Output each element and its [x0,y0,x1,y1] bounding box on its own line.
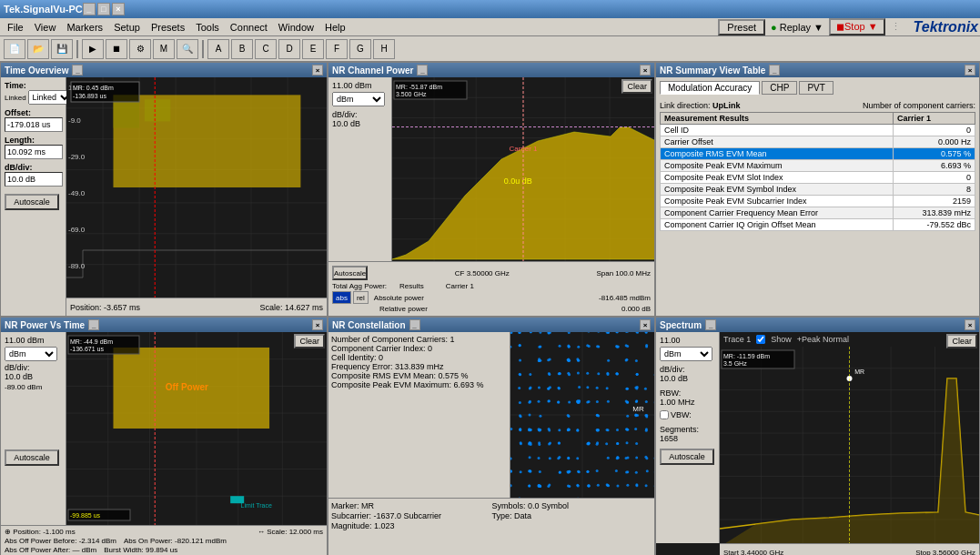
pvt-position: ⊕ Position: -1.100 ms [5,528,76,536]
toolbar-markers[interactable]: M [153,39,175,59]
nr-channel-clear-button[interactable]: Clear [621,79,652,94]
toolbar-b6[interactable]: F [326,39,348,59]
nr-summary-close[interactable]: × [965,65,975,76]
num-carriers: Number of component carriers: [863,101,975,110]
subcr-lbl: Subcarrier: [331,511,371,520]
tab-modulation[interactable]: Modulation Accuracy [660,81,760,95]
menu-help[interactable]: Help [319,19,351,35]
toolbar-b1[interactable]: A [207,39,229,59]
spectrum-close[interactable]: × [965,319,975,330]
table-row: Composite Peak EVM Slot Index0 [661,172,975,184]
svg-point-393 [578,386,581,388]
svg-text:-49.0: -49.0 [68,189,86,197]
toolbar-settings[interactable]: ⚙ [129,39,151,59]
close-btn[interactable]: × [112,3,125,15]
svg-point-429 [586,401,589,404]
preset-button[interactable]: Preset [718,19,765,35]
spec-unit-select[interactable]: dBm [660,347,712,361]
nr-const-close[interactable]: × [640,319,651,330]
menu-tools[interactable]: Tools [190,19,225,35]
time-overview-sidebar: Time: Linked Linked Offset: Length: dB/d… [1,77,66,316]
time-overview-close[interactable]: × [312,65,323,76]
show-label: Show [771,335,792,344]
svg-point-465 [538,484,541,487]
spectrum-clear-button[interactable]: Clear [946,334,977,348]
nr-summary-minimize[interactable]: _ [769,65,780,76]
svg-point-117 [634,428,637,430]
tab-chp[interactable]: CHP [762,81,797,95]
toolbar-b8[interactable]: H [373,39,395,59]
spec-autoscale[interactable]: Autoscale [660,449,714,465]
toolbar-open[interactable]: 📂 [27,39,49,59]
time-overview-minimize[interactable]: _ [72,65,83,76]
maximize-btn[interactable]: □ [97,3,110,15]
nr-pvt-close[interactable]: × [312,319,323,330]
table-row: Cell ID0 [661,125,975,136]
measurement-value: 0.575 % [894,148,975,160]
menu-markers[interactable]: Markers [61,19,108,35]
toolbar-save[interactable]: 💾 [51,39,73,59]
svg-point-327 [548,443,551,446]
menu-window[interactable]: Window [273,19,319,35]
nr-pvt-minimize[interactable]: _ [88,319,99,330]
nr-const-minimize[interactable]: _ [409,319,420,330]
nr-pvt-unit[interactable]: dBm [5,347,57,361]
offset-input[interactable] [5,117,63,132]
nr-pvt-sidebar: 11.00 dBm dBm dB/div: 10.0 dB -89.00 dBm… [1,332,66,555]
nr-ch-autoscale[interactable]: Autoscale [332,266,368,280]
nr-pvt-dbdiv-val: 10.0 dB [5,372,62,381]
toolbar-b5[interactable]: E [302,39,324,59]
svg-point-325 [645,414,648,417]
svg-point-389 [547,388,550,390]
nr-pvt-clear-button[interactable]: Clear [294,334,325,348]
measurement-value: 0 [894,172,975,184]
toolbar-zoom[interactable]: 🔍 [177,39,198,59]
toolbar-b7[interactable]: G [349,39,371,59]
toolbar-new[interactable]: 📄 [4,39,25,59]
length-input[interactable] [5,145,63,159]
nr-ch-unit-select[interactable]: dBm [332,92,385,106]
toolbar-b4[interactable]: D [278,39,300,59]
svg-point-318 [625,359,628,362]
nr-channel-close[interactable]: × [640,65,651,76]
toolbar-b2[interactable]: B [231,39,253,59]
svg-point-173 [538,400,541,403]
svg-point-339 [576,429,579,432]
svg-text:-69.0: -69.0 [68,226,86,234]
replay-label: Replay ▼ [780,22,823,33]
nr-constellation-panel: NR Constellation _ × Number of Component… [328,317,655,555]
const-peak-label: Composite Peak EVM Maximum: [331,380,451,389]
rel-btn[interactable]: rel [353,291,369,304]
nr-channel-title: NR Channel Power _ × [328,63,654,77]
nr-pvt-autoscale[interactable]: Autoscale [5,449,59,466]
stop-button[interactable]: ◼Stop ▼ [829,18,885,35]
menu-file[interactable]: File [2,19,29,35]
minimize-btn[interactable]: _ [83,3,96,15]
main-content: Time Overview _ × Time: Linked Linked Of… [0,62,980,482]
nr-channel-minimize[interactable]: _ [417,65,428,76]
abs-btn[interactable]: abs [332,291,351,304]
svg-point-86 [616,485,619,488]
svg-point-88 [625,457,628,459]
time-overview-label: Time Overview [5,66,68,76]
menu-view[interactable]: View [29,19,62,35]
svg-point-299 [626,428,629,430]
tab-pvt[interactable]: PVT [799,81,833,95]
toolbar-stop[interactable]: ⏹ [106,39,127,59]
menu-connect[interactable]: Connect [225,19,273,35]
toolbar-b3[interactable]: C [255,39,277,59]
toolbar-run[interactable]: ▶ [82,39,104,59]
vbw-checkbox[interactable] [660,410,669,419]
nr-power-time-title: NR Power Vs Time _ × [1,318,327,332]
nr-constellation-title: NR Constellation _ × [328,318,654,332]
svg-point-452 [539,429,541,431]
time-autoscale-button[interactable]: Autoscale [5,194,59,210]
menu-setup[interactable]: Setup [108,19,146,35]
menu-presets[interactable]: Presets [146,19,190,35]
dbdiv-input[interactable] [5,172,63,187]
spec-seg-label: Segments: [660,425,715,434]
show-checkbox[interactable] [756,335,765,344]
svg-point-407 [607,400,610,403]
spectrum-minimize[interactable]: _ [705,319,716,330]
svg-point-168 [529,373,531,376]
